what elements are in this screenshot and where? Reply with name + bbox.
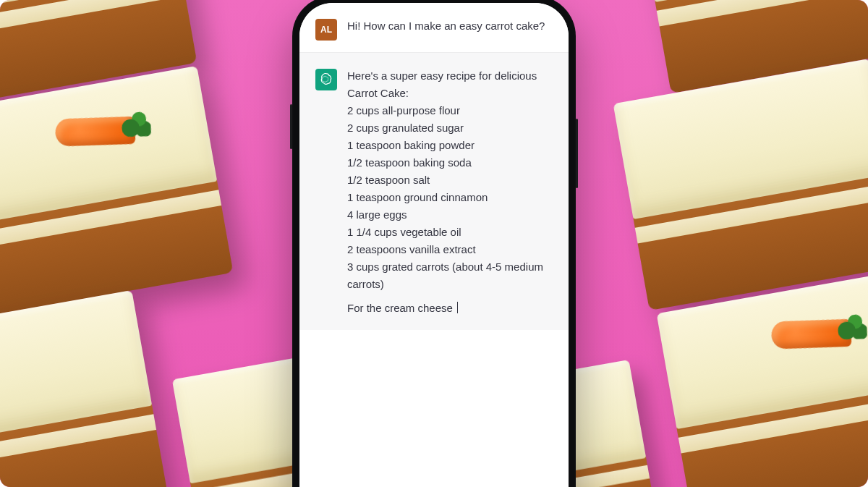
assistant-message-text: Here's a super easy recipe for delicious…: [347, 67, 553, 317]
ingredient-line: 2 teaspoons vanilla extract: [347, 241, 553, 258]
phone-frame: AL Hi! How can I make an easy carrot cak…: [292, 0, 576, 487]
assistant-avatar: [315, 69, 337, 90]
assistant-intro: Here's a super easy recipe for delicious…: [347, 67, 553, 102]
ingredient-line: 3 cups grated carrots (about 4-5 medium …: [347, 258, 553, 293]
ingredient-line: 1/2 teaspoon baking soda: [347, 154, 553, 171]
ingredient-line: 1 teaspoon ground cinnamon: [347, 189, 553, 206]
ingredient-line: 1/2 teaspoon salt: [347, 171, 553, 189]
ingredient-line: 1 1/4 cups vegetable oil: [347, 224, 553, 241]
user-avatar: AL: [315, 19, 337, 41]
ingredient-line: 2 cups all-purpose flour: [347, 102, 553, 119]
promo-stage: AL Hi! How can I make an easy carrot cak…: [0, 0, 868, 487]
phone-screen[interactable]: AL Hi! How can I make an easy carrot cak…: [299, 3, 569, 487]
openai-logo-icon: [319, 72, 333, 88]
carrot-cake-slice: [613, 59, 868, 310]
carrot-cake-slice: [0, 290, 168, 487]
typing-caret-icon: [457, 302, 458, 313]
user-avatar-initials: AL: [320, 25, 332, 35]
chat-message-assistant: Here's a super easy recipe for delicious…: [299, 52, 569, 330]
ingredient-line: 1 teaspoon baking powder: [347, 137, 553, 154]
ingredient-list: 2 cups all-purpose flour2 cups granulate…: [347, 102, 553, 293]
carrot-cake-slice: [0, 66, 233, 318]
assistant-continuation: For the cream cheese: [347, 302, 456, 314]
ingredient-line: 2 cups granulated sugar: [347, 119, 553, 137]
chat-thread[interactable]: AL Hi! How can I make an easy carrot cak…: [299, 3, 569, 487]
chat-message-user: AL Hi! How can I make an easy carrot cak…: [299, 3, 569, 52]
user-message-text: Hi! How can I make an easy carrot cake?: [347, 17, 553, 39]
ingredient-line: 4 large eggs: [347, 206, 553, 224]
